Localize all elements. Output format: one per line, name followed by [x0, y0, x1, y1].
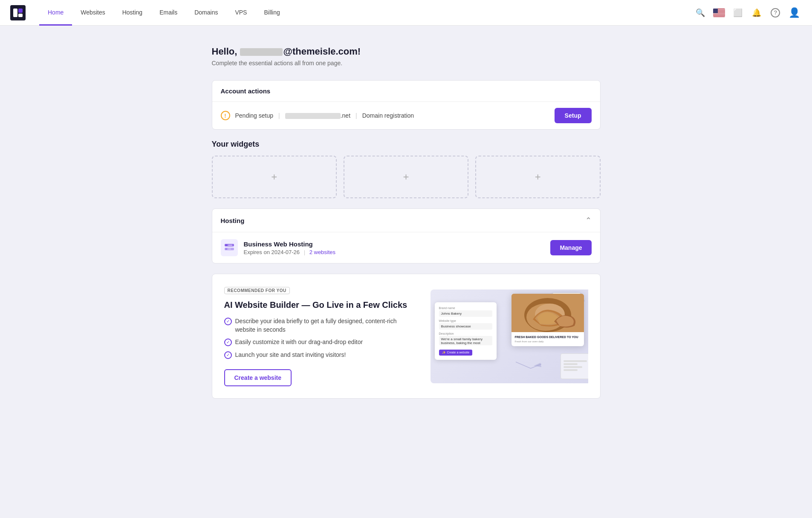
- hosting-plan-info: Business Web Hosting Expires on 2024-07-…: [244, 240, 545, 255]
- nav-websites[interactable]: Websites: [72, 0, 113, 26]
- recommended-left: RECOMMENDED FOR YOU AI Website Builder —…: [224, 286, 413, 386]
- hosting-section-title: Hosting: [221, 217, 245, 224]
- logo[interactable]: [10, 5, 26, 20]
- preview-wrapper: ✦ Generate text Brand name Johns Bakery …: [431, 289, 588, 383]
- hosting-section-header[interactable]: Hosting ⌃: [212, 209, 600, 232]
- domain-net: .net: [341, 112, 350, 119]
- apps-button[interactable]: ⬜: [730, 5, 746, 20]
- account-actions-row: ! Pending setup | .net | Domain registra…: [212, 102, 600, 129]
- line-2: [563, 363, 578, 365]
- form-desc-value: We're a small family bakery business, ba…: [439, 336, 492, 345]
- hosting-plan-name: Business Web Hosting: [244, 240, 545, 248]
- check-icon-3: ✓: [224, 351, 232, 359]
- form-brand-label: Brand name: [439, 307, 492, 310]
- hosting-plan-icon: [221, 239, 238, 256]
- language-button[interactable]: [711, 5, 727, 20]
- widget-placeholder-3[interactable]: +: [475, 156, 600, 198]
- svg-point-15: [225, 245, 227, 246]
- search-icon: 🔍: [696, 8, 705, 17]
- svg-rect-11: [713, 9, 718, 13]
- nav-actions: 🔍 ⬜ 🔔 ? 👤: [693, 5, 802, 20]
- help-button[interactable]: ?: [768, 5, 783, 20]
- nav-domains[interactable]: Domains: [186, 0, 226, 26]
- svg-rect-17: [228, 245, 232, 246]
- recommended-title: AI Website Builder — Go Live in a Few Cl…: [224, 299, 413, 310]
- widget-placeholder-1[interactable]: +: [212, 156, 337, 198]
- help-icon: ?: [771, 8, 780, 17]
- recommended-badge: RECOMMENDED FOR YOU: [224, 287, 290, 294]
- separator-2: |: [355, 112, 357, 119]
- form-create-btn: ✨ Create a website: [439, 350, 473, 356]
- pipe-separator: |: [304, 249, 307, 255]
- greeting-section: Hello, @themeisle.com! Complete the esse…: [212, 46, 601, 67]
- websites-link[interactable]: 2 websites: [309, 249, 335, 255]
- navigation: Home Websites Hosting Emails Domains VPS…: [0, 0, 812, 26]
- separator-1: |: [278, 112, 280, 119]
- svg-rect-3: [18, 14, 23, 17]
- croissant-illustration: [511, 294, 584, 332]
- nav-emails[interactable]: Emails: [151, 0, 186, 26]
- domain-type: Domain registration: [362, 112, 414, 119]
- form-brand-value: Johns Bakery: [439, 310, 492, 317]
- hosting-plan-meta: Expires on 2024-07-26 | 2 websites: [244, 249, 545, 255]
- nav-links: Home Websites Hosting Emails Domains VPS…: [39, 0, 693, 25]
- form-create-label: Create a website: [447, 351, 470, 354]
- svg-point-16: [225, 249, 227, 250]
- pending-label: Pending setup: [235, 112, 274, 119]
- svg-rect-8: [713, 13, 725, 14]
- feature-text-1: Describe your idea briefly to get a full…: [235, 317, 413, 334]
- svg-line-22: [516, 362, 531, 368]
- add-widget-icon-3: +: [535, 172, 541, 182]
- feature-text-3: Launch your site and start inviting visi…: [235, 351, 346, 359]
- nav-hosting[interactable]: Hosting: [114, 0, 151, 26]
- search-button[interactable]: 🔍: [693, 5, 708, 20]
- svg-rect-10: [713, 15, 725, 16]
- chevron-up-icon: ⌃: [585, 216, 592, 225]
- form-create-icon: ✨: [442, 351, 446, 354]
- feature-item-1: ✓ Describe your idea briefly to get a fu…: [224, 317, 413, 334]
- svg-rect-18: [228, 249, 231, 249]
- nav-billing[interactable]: Billing: [255, 0, 288, 26]
- form-type-label: Website type: [439, 319, 492, 322]
- create-website-button[interactable]: Create a website: [224, 369, 292, 386]
- feature-item-3: ✓ Launch your site and start inviting vi…: [224, 351, 413, 359]
- svg-rect-1: [13, 9, 17, 17]
- widget-placeholder-2[interactable]: +: [344, 156, 468, 198]
- hosting-row: Business Web Hosting Expires on 2024-07-…: [212, 232, 600, 263]
- account-actions-title: Account actions: [212, 81, 600, 102]
- builder-background: ✦ Generate text Brand name Johns Bakery …: [431, 289, 588, 383]
- line-3: [563, 366, 582, 368]
- small-preview-card: [561, 353, 588, 379]
- account-actions-card: Account actions ! Pending setup | .net |…: [212, 80, 601, 130]
- svg-rect-9: [713, 14, 725, 15]
- widgets-grid: + + +: [212, 156, 601, 198]
- add-widget-icon-2: +: [403, 172, 409, 182]
- notifications-button[interactable]: 🔔: [749, 5, 764, 20]
- widgets-title: Your widgets: [212, 140, 601, 149]
- builder-form-mockup: Brand name Johns Bakery Website type Bus…: [435, 302, 497, 360]
- email-redacted: [240, 48, 283, 56]
- bakery-preview-card: FRESH BAKED GOODS DELIVERED TO YOU Fresh…: [511, 294, 584, 346]
- hosting-expires: Expires on 2024-07-26: [244, 249, 300, 255]
- hosting-section-card: Hosting ⌃ Business Web Hosting Expires o…: [212, 208, 601, 263]
- manage-button[interactable]: Manage: [550, 240, 591, 255]
- account-button[interactable]: 👤: [786, 5, 802, 20]
- setup-button[interactable]: Setup: [555, 108, 592, 123]
- add-widget-icon-1: +: [271, 172, 277, 182]
- nav-vps[interactable]: VPS: [226, 0, 255, 26]
- pending-icon: !: [221, 111, 230, 120]
- form-desc-label: Description: [439, 332, 492, 335]
- svg-rect-0: [10, 5, 26, 20]
- preview-lines: [563, 360, 587, 372]
- hello-prefix: Hello,: [212, 46, 237, 57]
- main-content: Hello, @themeisle.com! Complete the esse…: [202, 26, 611, 419]
- bakery-sub-text: Fresh from our oven daily: [515, 340, 581, 343]
- bakery-image: [511, 294, 584, 332]
- recommended-card: RECOMMENDED FOR YOU AI Website Builder —…: [212, 274, 601, 399]
- apps-icon: ⬜: [733, 8, 743, 17]
- line-4: [563, 369, 578, 371]
- svg-rect-2: [18, 9, 23, 13]
- nav-home[interactable]: Home: [39, 0, 72, 26]
- bell-icon: 🔔: [752, 8, 761, 17]
- bakery-header-text: FRESH BAKED GOODS DELIVERED TO YOU: [515, 336, 581, 339]
